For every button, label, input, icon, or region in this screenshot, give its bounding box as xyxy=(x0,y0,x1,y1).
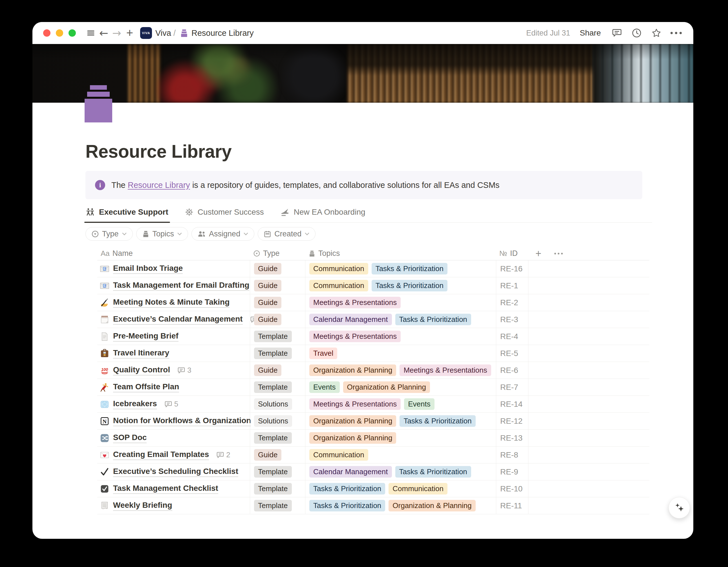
row-name-cell[interactable]: E Email Inbox Triage xyxy=(97,260,250,277)
row-id-cell[interactable]: RE-5 xyxy=(496,345,528,362)
row-name-cell[interactable]: Weekly Briefing xyxy=(97,497,250,514)
breadcrumb-workspace[interactable]: Viva xyxy=(155,28,171,38)
row-page-link[interactable]: Pre-Meeting Brief xyxy=(113,332,178,342)
minimize-button[interactable] xyxy=(56,29,63,37)
row-topics-cell[interactable]: Meetings & PresentationsEvents xyxy=(305,396,496,413)
row-topics-cell[interactable]: Organization & PlanningTasks & Prioritiz… xyxy=(305,413,496,429)
row-topics-cell[interactable]: Calendar ManagementTasks & Prioritizatio… xyxy=(305,464,496,480)
row-type-cell[interactable]: Guide xyxy=(250,362,305,379)
row-name-cell[interactable]: Meeting Notes & Minute Taking xyxy=(97,294,250,311)
forward-icon[interactable]: → xyxy=(110,27,123,39)
row-page-link[interactable]: Task Management Checklist xyxy=(113,484,218,494)
page-icon-archive[interactable] xyxy=(83,85,114,122)
more-options-icon[interactable] xyxy=(670,27,683,39)
row-page-link[interactable]: Email Inbox Triage xyxy=(113,264,183,274)
row-id-cell[interactable]: RE-16 xyxy=(496,260,528,277)
column-header-type[interactable]: Type xyxy=(250,249,305,258)
row-page-link[interactable]: Icebreakers xyxy=(113,399,157,409)
row-topics-cell[interactable]: Tasks & PrioritizationCommunication xyxy=(305,480,496,497)
row-id-cell[interactable]: RE-12 xyxy=(496,413,528,429)
comments-icon[interactable] xyxy=(610,27,623,39)
tab-executive-support[interactable]: Executive Support xyxy=(85,207,168,217)
row-id-cell[interactable]: RE-8 xyxy=(496,447,528,463)
row-topics-cell[interactable]: Organization & PlanningMeetings & Presen… xyxy=(305,362,496,379)
row-id-cell[interactable]: RE-7 xyxy=(496,379,528,396)
row-name-cell[interactable]: Creating Email Templates 2 xyxy=(97,447,250,463)
row-type-cell[interactable]: Solutions xyxy=(250,413,305,429)
row-type-cell[interactable]: Template xyxy=(250,430,305,446)
row-name-cell[interactable]: E Task Management for Email Drafting xyxy=(97,277,250,294)
row-page-link[interactable]: SOP Doc xyxy=(113,433,147,443)
filter-topics[interactable]: Topics xyxy=(136,227,188,240)
row-type-cell[interactable]: Template xyxy=(250,480,305,497)
row-type-cell[interactable]: Template xyxy=(250,497,305,514)
ai-assistant-button[interactable] xyxy=(669,497,690,519)
row-type-cell[interactable]: Guide xyxy=(250,294,305,311)
share-button[interactable]: Share xyxy=(580,28,601,37)
row-id-cell[interactable]: RE-14 xyxy=(496,396,528,413)
row-type-cell[interactable]: Guide xyxy=(250,260,305,277)
row-page-link[interactable]: Meeting Notes & Minute Taking xyxy=(113,298,230,308)
row-type-cell[interactable]: Template xyxy=(250,345,305,362)
row-page-link[interactable]: Creating Email Templates xyxy=(113,450,209,460)
filter-created[interactable]: Created xyxy=(258,227,316,240)
row-id-cell[interactable]: RE-6 xyxy=(496,362,528,379)
workspace-logo[interactable]: VIVA xyxy=(140,27,152,39)
filter-assigned[interactable]: Assigned xyxy=(191,227,254,240)
row-id-cell[interactable]: RE-10 xyxy=(496,480,528,497)
row-type-cell[interactable]: Guide xyxy=(250,311,305,328)
row-page-link[interactable]: Task Management for Email Drafting xyxy=(113,281,249,291)
table-options-icon[interactable] xyxy=(554,253,563,254)
row-name-cell[interactable]: Executive’s Scheduling Checklist xyxy=(97,464,250,480)
row-type-cell[interactable]: Solutions xyxy=(250,396,305,413)
comment-indicator[interactable]: 5 xyxy=(164,400,178,409)
row-topics-cell[interactable]: Communication xyxy=(305,447,496,463)
row-id-cell[interactable]: RE-1 xyxy=(496,277,528,294)
row-name-cell[interactable]: N Notion for Workflows & Organization xyxy=(97,413,250,429)
row-id-cell[interactable]: RE-13 xyxy=(496,430,528,446)
row-id-cell[interactable]: RE-2 xyxy=(496,294,528,311)
row-page-link[interactable]: Notion for Workflows & Organization xyxy=(113,416,251,426)
close-button[interactable] xyxy=(43,29,50,37)
add-column-button[interactable]: + xyxy=(531,248,541,259)
new-page-icon[interactable]: + xyxy=(123,27,136,39)
breadcrumb-page[interactable]: Resource Library xyxy=(191,28,254,38)
row-page-link[interactable]: Team Offsite Plan xyxy=(113,382,179,392)
row-topics-cell[interactable]: Tasks & PrioritizationOrganization & Pla… xyxy=(305,497,496,514)
comment-indicator[interactable]: 3 xyxy=(177,366,191,375)
tab-new-ea-onboarding[interactable]: New EA Onboarding xyxy=(280,207,365,217)
row-topics-cell[interactable]: EventsOrganization & Planning xyxy=(305,379,496,396)
row-type-cell[interactable]: Guide xyxy=(250,447,305,463)
row-topics-cell[interactable]: CommunicationTasks & Prioritization xyxy=(305,277,496,294)
row-name-cell[interactable]: Task Management Checklist xyxy=(97,480,250,497)
row-id-cell[interactable]: RE-9 xyxy=(496,464,528,480)
row-topics-cell[interactable]: CommunicationTasks & Prioritization xyxy=(305,260,496,277)
row-id-cell[interactable]: RE-11 xyxy=(496,497,528,514)
row-page-link[interactable]: Executive’s Scheduling Checklist xyxy=(113,467,238,477)
row-page-link[interactable]: Quality Control xyxy=(113,365,170,376)
row-page-link[interactable]: Executive’s Calendar Management xyxy=(113,315,243,325)
sidebar-toggle-icon[interactable] xyxy=(84,27,97,39)
row-topics-cell[interactable]: Calendar ManagementTasks & Prioritizatio… xyxy=(305,311,496,328)
row-id-cell[interactable]: RE-3 xyxy=(496,311,528,328)
row-name-cell[interactable]: Executive’s Calendar Management 1 xyxy=(97,311,250,328)
column-header-id[interactable]: № ID xyxy=(496,249,528,258)
row-topics-cell[interactable]: Organization & Planning xyxy=(305,430,496,446)
row-topics-cell[interactable]: Meetings & Presentations xyxy=(305,294,496,311)
row-page-link[interactable]: Weekly Briefing xyxy=(113,501,172,511)
row-type-cell[interactable]: Template xyxy=(250,464,305,480)
comment-indicator[interactable]: 2 xyxy=(216,451,230,459)
zoom-button[interactable] xyxy=(69,29,76,37)
column-header-name[interactable]: Aa Name xyxy=(97,249,250,258)
row-topics-cell[interactable]: Travel xyxy=(305,345,496,362)
back-icon[interactable]: ← xyxy=(97,27,110,39)
row-name-cell[interactable]: SOP Doc xyxy=(97,430,250,446)
row-name-cell[interactable]: 100 Quality Control 3 xyxy=(97,362,250,379)
row-page-link[interactable]: Travel Itinerary xyxy=(113,349,169,359)
filter-type[interactable]: Type xyxy=(85,227,133,240)
row-topics-cell[interactable]: Meetings & Presentations xyxy=(305,328,496,345)
row-name-cell[interactable]: Travel Itinerary xyxy=(97,345,250,362)
resource-library-link[interactable]: Resource Library xyxy=(128,180,190,189)
row-name-cell[interactable]: Pre-Meeting Brief xyxy=(97,328,250,345)
column-header-topics[interactable]: Topics xyxy=(305,249,496,258)
